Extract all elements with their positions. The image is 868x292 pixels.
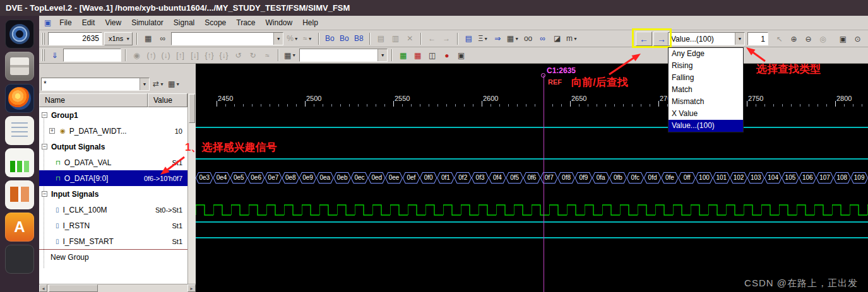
- search-type-option[interactable]: X Value: [669, 108, 743, 120]
- add-tab-icon[interactable]: ▦: [396, 49, 410, 62]
- swap-filter-icon[interactable]: ⇄▼: [152, 78, 165, 91]
- toolbar-grip[interactable]: [42, 33, 45, 45]
- launcher-texteditor-icon[interactable]: [5, 116, 34, 145]
- expander-icon[interactable]: −: [42, 112, 47, 118]
- next-any-icon[interactable]: [↓]: [188, 49, 201, 62]
- match-options-icon[interactable]: %▼: [285, 32, 300, 45]
- pan-icon[interactable]: ◎: [816, 32, 829, 45]
- back-icon[interactable]: ←: [425, 32, 439, 45]
- radix-b5-icon[interactable]: Bo: [338, 32, 351, 45]
- row-new-group[interactable]: New Group: [39, 249, 187, 265]
- layout-icon[interactable]: ▣: [836, 32, 850, 45]
- new-wave-icon[interactable]: ▤: [374, 32, 388, 45]
- insert-bus-icon[interactable]: Ξ▼: [477, 32, 490, 45]
- window-titlebar[interactable]: DVE - TopLevel.2 - [Wave.1] /home/xyb-ub…: [0, 0, 868, 16]
- search-type-option[interactable]: Value...(100): [669, 120, 743, 132]
- filter-options-icon[interactable]: ≈▼: [301, 32, 314, 45]
- chevron-down-icon[interactable]: ▼: [735, 33, 744, 45]
- panel-horizontal-scrollbar[interactable]: ◂ ▸: [39, 284, 196, 292]
- binoculars-search-icon[interactable]: ∞: [156, 32, 169, 45]
- panel-vertical-scrollbar[interactable]: [187, 93, 196, 284]
- launcher-hidden-icon[interactable]: [5, 245, 34, 274]
- glasses-icon[interactable]: oo: [521, 32, 535, 45]
- search-input[interactable]: [172, 34, 273, 43]
- row-o-data-val[interactable]: ⊓O_DATA_VALSt1: [39, 155, 187, 170]
- launcher-files-icon[interactable]: [5, 52, 34, 81]
- any-edge-icon[interactable]: ≈: [261, 49, 274, 62]
- scroll-left-icon[interactable]: ◂: [39, 284, 47, 292]
- row-group1[interactable]: −Group1: [39, 107, 187, 123]
- panel-options-icon[interactable]: ▦▼: [167, 78, 181, 91]
- history-icon[interactable]: ⊙: [851, 32, 864, 45]
- row-i-rstn[interactable]: ▯I_RSTNSt1: [39, 218, 187, 233]
- search-type-option[interactable]: Any Edge: [669, 48, 743, 60]
- prev-edge-icon[interactable]: (↑): [145, 49, 158, 62]
- menu-signal[interactable]: Signal: [169, 16, 199, 29]
- menu-file[interactable]: File: [54, 16, 76, 29]
- snapshot-icon[interactable]: ▣: [455, 49, 468, 62]
- expander-icon[interactable]: −: [42, 191, 47, 197]
- launcher-software-icon[interactable]: [5, 213, 34, 242]
- scroll-right-icon[interactable]: ▸: [187, 284, 196, 292]
- next-edge-icon[interactable]: (↓): [159, 49, 172, 62]
- time-unit-select[interactable]: x1ns ▼: [104, 32, 133, 45]
- marker-icon[interactable]: m▼: [565, 32, 579, 45]
- column-header-value[interactable]: Value: [148, 93, 187, 107]
- launcher-calc-icon[interactable]: [5, 148, 34, 177]
- undo-icon[interactable]: ↺: [232, 49, 245, 62]
- toolbar-grip[interactable]: [42, 49, 45, 61]
- search-count-input[interactable]: [747, 32, 768, 45]
- move-down-icon[interactable]: ⇓: [48, 49, 61, 62]
- save-session-icon[interactable]: ◫: [425, 49, 439, 62]
- chevron-down-icon[interactable]: ▼: [378, 49, 387, 61]
- launcher-impress-icon[interactable]: [5, 180, 34, 209]
- menu-edit[interactable]: Edit: [77, 16, 100, 29]
- link-cursors-icon[interactable]: ∞: [536, 32, 549, 45]
- window-menu-icon[interactable]: ▣: [44, 18, 51, 27]
- timeline-ruler[interactable]: 24502500255026002650270027502800: [196, 93, 868, 107]
- launcher-firefox-icon[interactable]: [5, 84, 34, 113]
- fall-icon[interactable]: {↓}: [217, 49, 230, 62]
- close-tab-icon[interactable]: ▦: [411, 49, 424, 62]
- launcher-dash-icon[interactable]: [5, 20, 34, 49]
- redo-icon[interactable]: ↻: [246, 49, 259, 62]
- search-type-option[interactable]: Mismatch: [669, 96, 743, 108]
- target-icon[interactable]: ◉: [130, 49, 143, 62]
- chevron-down-icon[interactable]: ▼: [273, 33, 283, 45]
- search-combobox[interactable]: ▼: [171, 32, 283, 45]
- schema-grid-icon[interactable]: ▦▼: [283, 49, 297, 62]
- prev-any-icon[interactable]: [↑]: [174, 49, 187, 62]
- chevron-down-icon[interactable]: ▼: [140, 78, 149, 90]
- secondary-combobox[interactable]: ▼: [299, 49, 388, 62]
- menu-trace[interactable]: Trace: [231, 16, 260, 29]
- row-input-signals[interactable]: −Input Signals: [39, 186, 187, 202]
- waveform-area[interactable]: 24502500255026002650270027502800 0e30e40…: [196, 64, 868, 292]
- search-type-option[interactable]: Falling: [669, 72, 743, 84]
- radix-b8-icon[interactable]: B8: [352, 32, 366, 45]
- scrollbar-thumb[interactable]: [49, 284, 98, 292]
- expander-icon[interactable]: +: [49, 128, 55, 134]
- time-input[interactable]: [48, 32, 102, 45]
- signal-filter-combobox[interactable]: ▼: [41, 78, 150, 91]
- expand-groups-icon[interactable]: ▤: [462, 32, 475, 45]
- signal-filter-input[interactable]: [42, 79, 140, 88]
- pointer-icon[interactable]: ↖: [773, 32, 786, 45]
- rise-icon[interactable]: {↑}: [203, 49, 216, 62]
- reload-designs-icon[interactable]: ▦: [141, 32, 155, 45]
- eraser-icon[interactable]: ◪: [550, 32, 564, 45]
- search-type-option[interactable]: Rising: [669, 60, 743, 72]
- expander-icon[interactable]: −: [42, 144, 47, 149]
- search-backward-button[interactable]: ←: [636, 32, 652, 46]
- goto-time-icon[interactable]: ⇒: [491, 32, 504, 45]
- zoom-out-icon[interactable]: ⊖: [802, 32, 815, 45]
- row-i-fsm-start[interactable]: ▯I_FSM_STARTSt1: [39, 233, 187, 249]
- search-type-combobox[interactable]: Value...(100) ▼: [668, 32, 745, 45]
- cut-icon[interactable]: ✕: [403, 32, 417, 45]
- secondary-input[interactable]: [63, 49, 121, 62]
- row-i-clk-100m[interactable]: ▯I_CLK_100MSt0->St1: [39, 202, 187, 218]
- menu-help[interactable]: Help: [297, 16, 323, 29]
- scrollbar-thumb[interactable]: [189, 94, 195, 123]
- row-p-data-widt-[interactable]: +◉P_DATA_WIDT...10: [39, 123, 187, 139]
- row-output-signals[interactable]: −Output Signals: [39, 139, 187, 155]
- grid-options-icon[interactable]: ▦▼: [506, 32, 520, 45]
